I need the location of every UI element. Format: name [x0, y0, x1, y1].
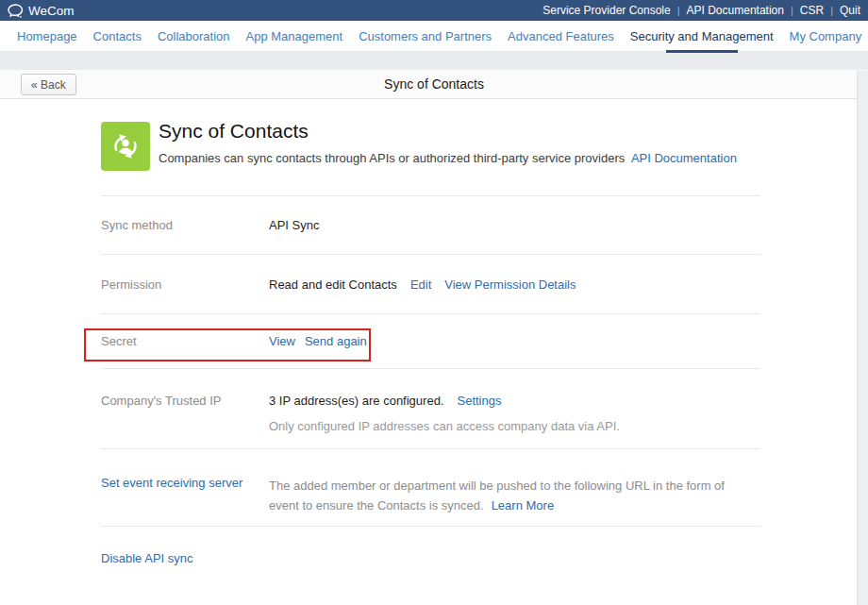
permission-value-group: Read and edit ContactsEditView Permissio…: [269, 277, 576, 292]
nav-item-security-and-management[interactable]: Security and Management: [630, 21, 774, 52]
wecom-logo[interactable]: WeCom: [8, 4, 75, 18]
view-permission-details-link[interactable]: View Permission Details: [444, 277, 576, 292]
contacts-sync-icon: [101, 122, 150, 171]
nav-item-contacts[interactable]: Contacts: [93, 21, 142, 52]
row-trusted-ip: Company's Trusted IP 3 IP address(es) ar…: [0, 369, 868, 448]
toplink-api-documentation[interactable]: API Documentation: [687, 4, 784, 17]
page-header: « Back Sync of Contacts: [0, 70, 868, 99]
content: Sync of Contacts Companies can sync cont…: [0, 99, 868, 603]
toplink-service-provider-console[interactable]: Service Provider Console: [542, 4, 670, 17]
nav-item-customers-and-partners[interactable]: Customers and Partners: [359, 21, 492, 52]
row-sync-method: Sync method API Sync: [0, 196, 868, 254]
trusted-ip-settings-link[interactable]: Settings: [457, 394, 501, 408]
secret-label: Secret: [101, 334, 269, 348]
hero-title: Sync of Contacts: [159, 120, 737, 143]
secret-links-group: ViewSend again: [269, 334, 376, 348]
nav-item-my-company[interactable]: My Company: [790, 21, 862, 52]
separator: |: [824, 5, 840, 16]
separator: |: [671, 5, 687, 16]
event-server-description: The added member or department will be p…: [269, 476, 750, 526]
row-disable-api: Disable API sync: [0, 527, 868, 603]
main-nav: Homepage Contacts Collaboration App Mana…: [0, 21, 868, 52]
row-permission: Permission Read and edit ContactsEditVie…: [0, 255, 868, 313]
page: WeCom Service Provider Console | API Doc…: [0, 0, 868, 605]
nav-item-advanced-features[interactable]: Advanced Features: [508, 21, 614, 52]
row-secret: Secret ViewSend again: [0, 314, 868, 368]
chat-bubble-icon: [8, 4, 24, 18]
permission-value: Read and edit Contacts: [269, 277, 397, 292]
nav-item-homepage[interactable]: Homepage: [17, 21, 77, 52]
hero-description-text: Companies can sync contacts through APIs…: [159, 151, 625, 165]
separator: |: [784, 5, 800, 16]
trusted-ip-value-line: 3 IP address(es) are configured.Settings: [269, 394, 620, 408]
disable-api-sync-link[interactable]: Disable API sync: [101, 551, 269, 603]
trusted-ip-value-group: 3 IP address(es) are configured.Settings…: [269, 394, 620, 448]
page-background-band: [0, 52, 868, 70]
scrollbar[interactable]: [857, 71, 868, 605]
row-event-server: Set event receiving server The added mem…: [0, 449, 868, 526]
brand-name: WeCom: [28, 4, 75, 18]
trusted-ip-value: 3 IP address(es) are configured.: [269, 394, 443, 408]
topbar-links: Service Provider Console | API Documenta…: [542, 4, 860, 17]
sync-method-label: Sync method: [101, 218, 269, 232]
set-event-receiving-server-link[interactable]: Set event receiving server: [101, 476, 269, 526]
permission-label: Permission: [101, 277, 269, 292]
learn-more-link[interactable]: Learn More: [492, 498, 554, 513]
trusted-ip-label: Company's Trusted IP: [101, 394, 269, 448]
secret-view-link[interactable]: View: [269, 334, 295, 348]
toplink-csr[interactable]: CSR: [800, 4, 824, 17]
sync-method-value: API Sync: [269, 218, 319, 232]
page-title: Sync of Contacts: [0, 70, 868, 99]
api-documentation-link[interactable]: API Documentation: [631, 151, 737, 165]
nav-item-app-management[interactable]: App Management: [246, 21, 343, 52]
secret-send-again-link[interactable]: Send again: [305, 334, 367, 348]
toplink-quit[interactable]: Quit: [840, 4, 860, 17]
hero-description: Companies can sync contacts through APIs…: [159, 151, 737, 165]
permission-edit-link[interactable]: Edit: [410, 277, 431, 292]
hero-section: Sync of Contacts Companies can sync cont…: [0, 99, 868, 195]
topbar: WeCom Service Provider Console | API Doc…: [0, 0, 868, 21]
trusted-ip-note: Only configured IP addresses can access …: [269, 419, 620, 433]
nav-item-collaboration[interactable]: Collaboration: [158, 21, 230, 52]
